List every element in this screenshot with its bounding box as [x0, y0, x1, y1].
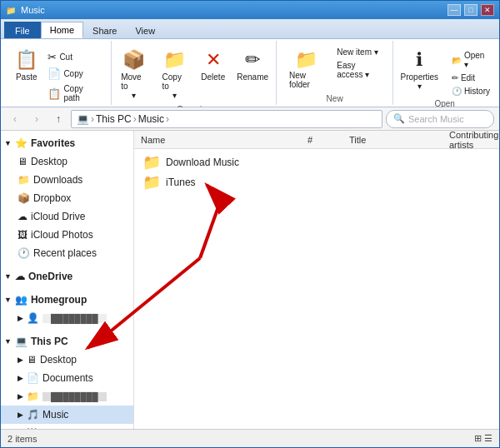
title-bar: 📁 Music — □ ✕: [1, 1, 499, 19]
sidebar-item-icloud-photos[interactable]: 🖼 iCloud Photos: [1, 226, 133, 244]
file-item-download-music[interactable]: 📁 Download Music: [141, 152, 492, 172]
history-icon: 🕐: [452, 87, 462, 96]
copy-label: Copy: [63, 69, 82, 78]
download-music-name: Download Music: [166, 157, 320, 168]
paste-button[interactable]: 📋 Paste: [11, 46, 42, 85]
file-item-itunes[interactable]: 📁 iTunes: [141, 172, 492, 192]
file-area: Name # Title Contributing artists 📁 Down…: [134, 131, 499, 429]
properties-button[interactable]: ℹ Properties ▾: [395, 46, 444, 94]
desktop-fav-label: Desktop: [31, 156, 68, 167]
sidebar-item-downloads-fav[interactable]: 📁 Downloads: [1, 171, 133, 189]
recent-label: Recent places: [33, 247, 97, 259]
tab-file[interactable]: File: [4, 22, 41, 38]
sidebar: ▼ ⭐ Favorites 🖥 Desktop 📁 Downloads 📦 Dr…: [1, 131, 134, 429]
desktop-pc-expand: ▶: [18, 356, 23, 364]
organize-group: 📦 Move to ▾ 📁 Copy to ▾ ✕ Delete ✏ Renam…: [112, 41, 277, 105]
properties-icon: ℹ: [416, 49, 422, 71]
file-list-header: Name # Title Contributing artists: [134, 131, 499, 149]
favorites-label: Favorites: [31, 137, 75, 149]
up-button[interactable]: ↑: [49, 110, 68, 128]
ribbon: 📋 Paste ✂ Cut 📄 Copy 📋 Copy path: [1, 39, 499, 107]
dropbox-label: Dropbox: [33, 192, 71, 204]
sidebar-item-homegroup-user[interactable]: ▶ 👤 ████████: [1, 309, 133, 327]
copy-icon: 📄: [48, 67, 61, 80]
sidebar-item-documents[interactable]: ▶ 📄 Documents: [1, 369, 133, 387]
properties-label: Properties: [401, 72, 439, 82]
new-item-button[interactable]: New item ▾: [332, 46, 386, 58]
sidebar-item-music[interactable]: ▶ 🎵 Music: [1, 406, 133, 424]
search-box[interactable]: 🔍 Search Music: [386, 110, 494, 128]
col-artist[interactable]: Contributing artists: [449, 131, 498, 150]
sidebar-favorites-header[interactable]: ▼ ⭐ Favorites: [1, 134, 133, 152]
edit-label: Edit: [461, 73, 475, 82]
music-icon: 🎵: [27, 409, 39, 421]
homegroup-user-expand: ▶: [18, 314, 23, 322]
address-bar: ‹ › ↑ 💻 › This PC › Music › 🔍 Search Mus…: [1, 107, 499, 131]
search-placeholder: Search Music: [408, 114, 464, 124]
tab-share[interactable]: Share: [83, 22, 126, 38]
cut-button[interactable]: ✂ Cut: [43, 49, 104, 65]
onedrive-label: OneDrive: [28, 271, 72, 282]
sidebar-item-recent[interactable]: 🕐 Recent places: [1, 244, 133, 262]
clipboard-group: 📋 Paste ✂ Cut 📄 Copy 📋 Copy path: [4, 41, 112, 105]
sidebar-item-desktop-fav[interactable]: 🖥 Desktop: [1, 152, 133, 171]
favorites-expand-icon: ▼: [4, 139, 12, 147]
thispc-expand-icon: ▼: [4, 337, 12, 346]
sidebar-thispc-header[interactable]: ▼ 💻 This PC: [1, 332, 133, 351]
recent-icon: 🕐: [18, 247, 30, 259]
sidebar-item-dropbox[interactable]: 📦 Dropbox: [1, 189, 133, 207]
history-button[interactable]: 🕐 History: [448, 85, 495, 97]
rename-label: Rename: [237, 72, 268, 82]
tab-view[interactable]: View: [126, 22, 164, 38]
move-to-label: Move to: [121, 72, 147, 91]
delete-button[interactable]: ✕ Delete: [197, 46, 230, 85]
col-name[interactable]: Name: [141, 135, 308, 145]
maximize-button[interactable]: □: [464, 4, 478, 16]
window-title: Music: [21, 5, 45, 15]
edit-icon: ✏: [452, 73, 458, 82]
music-expand: ▶: [18, 411, 23, 419]
music-label: Music: [42, 409, 68, 421]
col-title[interactable]: Title: [349, 135, 449, 145]
view-icons: ⊞ ☰: [474, 433, 492, 444]
copy-path-button[interactable]: 📋 Copy path: [43, 82, 104, 104]
rename-button[interactable]: ✏ Rename: [232, 46, 272, 85]
back-button[interactable]: ‹: [6, 110, 24, 128]
new-folder-label: New folder: [289, 71, 323, 89]
sidebar-item-icloud-drive[interactable]: ☁ iCloud Drive: [1, 207, 133, 226]
easy-access-button[interactable]: Easy access ▾: [332, 59, 386, 81]
col-num[interactable]: #: [308, 135, 349, 145]
copy-to-icon: 📁: [163, 49, 186, 71]
documents-icon: 📄: [27, 372, 39, 384]
forward-button[interactable]: ›: [28, 110, 46, 128]
new-group: 📁 New folder New item ▾ Easy access ▾ Ne…: [277, 41, 393, 105]
close-button[interactable]: ✕: [481, 4, 494, 16]
homegroup-label: Homegroup: [31, 294, 87, 306]
copy-to-button[interactable]: 📁 Copy to ▾: [157, 46, 193, 103]
address-path[interactable]: 💻 › This PC › Music ›: [71, 110, 382, 128]
tab-home[interactable]: Home: [41, 22, 83, 38]
documents-expand: ▶: [18, 374, 23, 382]
onedrive-icon: ☁: [15, 271, 25, 282]
app-window: 📁 Music — □ ✕ File Home Share View 📋 Pas…: [0, 0, 500, 448]
file-items: 📁 Download Music 📁 iTunes: [134, 149, 499, 196]
sidebar-item-desktop-pc[interactable]: ▶ 🖥 Desktop: [1, 351, 133, 369]
open-label: Open ▾: [464, 51, 491, 69]
edit-button[interactable]: ✏ Edit: [448, 72, 495, 84]
copy-to-label: Copy to: [162, 72, 188, 91]
sidebar-onedrive-header[interactable]: ▼ ☁ OneDrive: [1, 267, 133, 286]
sidebar-item-downloads-pc[interactable]: ▶ 📁 ████████: [1, 387, 133, 406]
move-to-button[interactable]: 📦 Move to ▾: [115, 46, 152, 103]
easy-access-label: Easy access ▾: [337, 61, 382, 79]
status-text: 2 items: [8, 434, 37, 444]
path-computer-icon: 💻: [77, 113, 89, 125]
open-button[interactable]: 📂 Open ▾: [448, 49, 495, 71]
copy-button[interactable]: 📄 Copy: [43, 66, 104, 82]
new-folder-icon: 📁: [295, 49, 318, 71]
paste-label: Paste: [16, 72, 38, 82]
icloud-drive-label: iCloud Drive: [31, 211, 85, 222]
new-folder-button[interactable]: 📁 New folder: [283, 46, 329, 92]
minimize-button[interactable]: —: [448, 4, 461, 16]
sidebar-homegroup-header[interactable]: ▼ 👥 Homegroup: [1, 291, 133, 309]
content-area: ▼ ⭐ Favorites 🖥 Desktop 📁 Downloads 📦 Dr…: [1, 131, 499, 429]
